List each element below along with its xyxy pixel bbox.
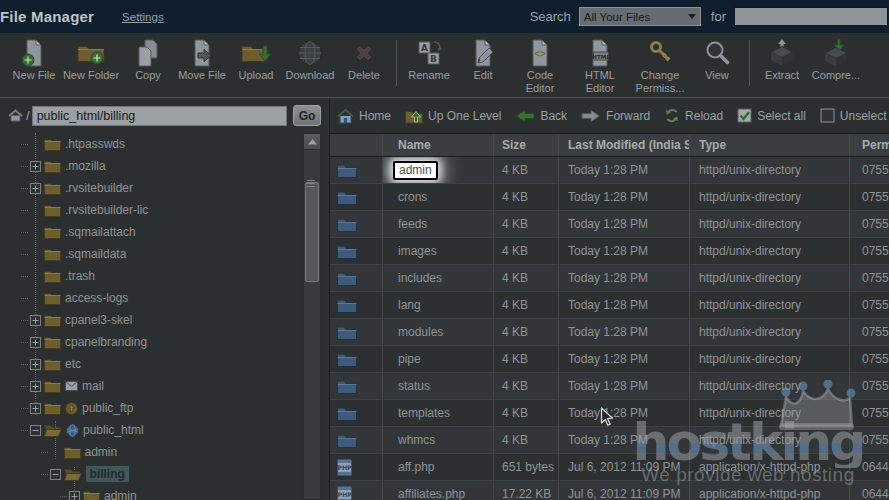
file-row-templates[interactable]: templates4 KBToday 1:28 PMhttpd/unix-dir…: [330, 400, 889, 427]
folder-icon: [337, 190, 357, 205]
search-scope-value: All Your Files: [584, 11, 684, 23]
tree-expand-plus-icon[interactable]: [30, 403, 41, 414]
file-row-feeds[interactable]: feeds4 KBToday 1:28 PMhttpd/unix-directo…: [330, 211, 889, 238]
nav-button-label: Reload: [685, 109, 723, 123]
tree-item-rvsitebuilder-lic[interactable]: .rvsitebuilder-lic: [0, 199, 303, 221]
svg-text:<>: <>: [534, 48, 546, 59]
file-row-affiliates-php[interactable]: PHPaffiliates.php17.22 KBJul 6, 2012 11:…: [330, 481, 889, 500]
tree-item-etc[interactable]: etc: [0, 353, 303, 375]
toolbar-edit-button[interactable]: Edit: [457, 38, 509, 82]
tree-item-label: admin: [85, 445, 118, 459]
tree-collapse-minus-icon[interactable]: [30, 425, 41, 436]
toolbar-change-permiss-button[interactable]: Change Permiss...: [631, 38, 689, 94]
toolbar-html-editor-button[interactable]: HTMLHTML Editor: [571, 38, 629, 94]
column-header-perms[interactable]: Perms: [850, 134, 889, 156]
toolbar-code-editor-button[interactable]: <>Code Editor: [511, 38, 569, 94]
tree-item-sqmailattach[interactable]: .sqmailattach: [0, 221, 303, 243]
go-button[interactable]: Go: [293, 105, 321, 126]
tree-expand-plus-icon[interactable]: [69, 491, 80, 500]
tree-item-sqmaildata[interactable]: .sqmaildata: [0, 243, 303, 265]
column-header-type[interactable]: Type: [690, 134, 850, 156]
tree-item-admin[interactable]: admin: [0, 485, 303, 500]
column-header-last[interactable]: Last Modified (India Standard Time): [559, 134, 690, 156]
php-file-icon: PHP: [337, 459, 352, 476]
nav-select-all-button[interactable]: Select all: [737, 108, 806, 123]
nav-forward-button[interactable]: Forward: [581, 109, 650, 123]
search-input[interactable]: [734, 7, 888, 26]
file-row-status[interactable]: status4 KBToday 1:28 PMhttpd/unix-direct…: [330, 373, 889, 400]
nav-up-one-level-button[interactable]: Up One Level: [405, 108, 501, 124]
file-perms-cell: 0755: [850, 427, 889, 453]
file-row-includes[interactable]: includes4 KBToday 1:28 PMhttpd/unix-dire…: [330, 265, 889, 292]
tree-item-label: .sqmailattach: [65, 225, 136, 239]
file-row-whmcs[interactable]: whmcs4 KBToday 1:28 PMhttpd/unix-directo…: [330, 427, 889, 454]
file-row-lang[interactable]: lang4 KBToday 1:28 PMhttpd/unix-director…: [330, 292, 889, 319]
tree-item-rvsitebuilder[interactable]: .rvsitebuilder: [0, 177, 303, 199]
toolbar-rename-button[interactable]: ABRename: [403, 38, 455, 82]
tree-item-admin[interactable]: admin: [0, 441, 303, 463]
toolbar-copy-button[interactable]: Copy: [122, 38, 174, 82]
search-scope-select[interactable]: All Your Files: [579, 7, 701, 26]
tree-expand-plus-icon[interactable]: [30, 315, 41, 326]
tree-expand-plus-icon[interactable]: [30, 337, 41, 348]
extract-icon: [767, 38, 797, 68]
nav-reload-button[interactable]: Reload: [664, 108, 723, 123]
file-name-cell: admin: [383, 157, 494, 183]
file-row-admin[interactable]: admin4 KBToday 1:28 PMhttpd/unix-directo…: [330, 157, 889, 184]
scroll-up-arrow-icon[interactable]: [304, 134, 320, 150]
tree-item-label: .sqmaildata: [65, 247, 126, 261]
toolbar-download-button[interactable]: Download: [284, 38, 336, 82]
tree-item-access-logs[interactable]: access-logs: [0, 287, 303, 309]
path-input[interactable]: [32, 106, 287, 126]
tree-item-cpanel3-skel[interactable]: cpanel3-skel: [0, 309, 303, 331]
file-modified-cell: Today 1:28 PM: [559, 319, 690, 345]
toolbar-view-button[interactable]: View: [691, 38, 743, 82]
tree-expand-plus-icon[interactable]: [30, 381, 41, 392]
tree-item-cpanelbranding[interactable]: cpanelbranding: [0, 331, 303, 353]
file-name-cell: templates: [383, 400, 494, 426]
tree-collapse-minus-icon[interactable]: [50, 469, 61, 480]
toolbar-upload-button[interactable]: Upload: [230, 38, 282, 82]
tree-item-mozilla[interactable]: .mozilla: [0, 155, 303, 177]
file-row-aff-php[interactable]: PHPaff.php651 bytesJul 6, 2012 11:09 PMa…: [330, 454, 889, 481]
file-perms-cell: 0755: [850, 319, 889, 345]
file-type-cell: [330, 292, 383, 318]
column-header-size[interactable]: Size: [494, 134, 559, 156]
file-mimetype-cell: httpd/unix-directory: [690, 427, 850, 453]
file-row-images[interactable]: images4 KBToday 1:28 PMhttpd/unix-direct…: [330, 238, 889, 265]
tree-item-label: public_ftp: [82, 401, 133, 415]
nav-back-button[interactable]: Back: [515, 109, 567, 123]
file-row-modules[interactable]: modules4 KBToday 1:28 PMhttpd/unix-direc…: [330, 319, 889, 346]
file-type-cell: [330, 238, 383, 264]
file-list-panel: HomeUp One LevelBackForwardReloadSelect …: [330, 98, 889, 500]
tree-item-public-html[interactable]: public_html: [0, 419, 303, 441]
file-modified-cell: Today 1:28 PM: [559, 238, 690, 264]
toolbar-delete-button[interactable]: Delete: [338, 38, 390, 82]
rename-highlight-input[interactable]: admin: [393, 161, 438, 180]
folder-icon: [337, 433, 357, 448]
toolbar-compre-button[interactable]: Compre...: [810, 38, 862, 82]
tree-scrollbar[interactable]: [303, 133, 321, 500]
new-folder-icon: [76, 38, 106, 68]
file-row-crons[interactable]: crons4 KBToday 1:28 PMhttpd/unix-directo…: [330, 184, 889, 211]
toolbar-move-file-button[interactable]: Move File: [176, 38, 228, 82]
settings-link[interactable]: Settings: [122, 11, 164, 23]
copy-icon: [133, 38, 163, 68]
column-header-name[interactable]: Name: [383, 134, 494, 156]
nav-unselect-all-button[interactable]: Unselect all: [820, 108, 889, 123]
tree-item-trash[interactable]: .trash: [0, 265, 303, 287]
tree-expand-plus-icon[interactable]: [30, 161, 41, 172]
tree-item-mail[interactable]: mail: [0, 375, 303, 397]
tree-expand-plus-icon[interactable]: [30, 359, 41, 370]
tree-expand-plus-icon[interactable]: [30, 183, 41, 194]
toolbar-new-file-button[interactable]: New File: [8, 38, 60, 82]
tree-item-label: cpanel3-skel: [65, 313, 132, 327]
file-row-pipe[interactable]: pipe4 KBToday 1:28 PMhttpd/unix-director…: [330, 346, 889, 373]
tree-item-htpasswds[interactable]: .htpasswds: [0, 133, 303, 155]
tree-item-public-ftp[interactable]: public_ftp: [0, 397, 303, 419]
toolbar-extract-button[interactable]: Extract: [756, 38, 808, 82]
scrollbar-thumb[interactable]: [305, 182, 319, 282]
toolbar-new-folder-button[interactable]: New Folder: [62, 38, 120, 82]
nav-home-button[interactable]: Home: [337, 108, 391, 124]
tree-item-billing[interactable]: billing: [0, 463, 303, 485]
